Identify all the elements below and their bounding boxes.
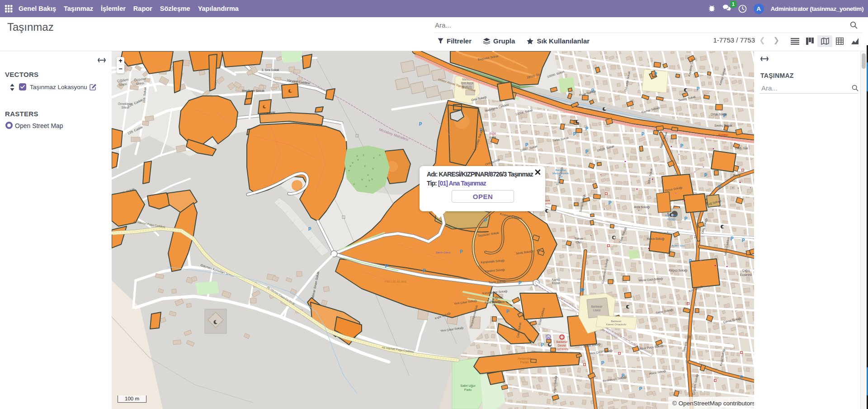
svg-text:PROJE ALANI: PROJE ALANI [385, 280, 406, 284]
svg-text:Hastanesi: Hastanesi [556, 347, 569, 351]
svg-text:P: P [541, 342, 544, 347]
svg-text:P: P [680, 143, 684, 148]
svg-text:© OpenStreetMap contributors.: © OpenStreetMap contributors. [672, 400, 754, 407]
svg-text:P: P [419, 122, 422, 127]
svg-text:1006. Sok: 1006. Sok [735, 147, 748, 150]
svg-text:P: P [601, 361, 604, 366]
svg-text:P: P [519, 281, 522, 285]
svg-text:P: P [654, 71, 657, 76]
svg-text:P: P [697, 86, 700, 91]
svg-text:P: P [385, 264, 388, 269]
svg-text:H: H [547, 336, 549, 340]
svg-text:Ortak Sokak: Ortak Sokak [711, 113, 727, 116]
svg-text:Turner: Turner [575, 237, 584, 240]
svg-text:Karesi: Karesi [552, 278, 560, 281]
svg-text:P: P [740, 375, 743, 380]
svg-text:Karesi Ortaokulu: Karesi Ortaokulu [606, 323, 627, 326]
svg-text:D230: D230 [490, 132, 496, 135]
svg-text:P: P [581, 288, 585, 293]
svg-text:Merdiven Sokak: Merdiven Sokak [242, 89, 265, 92]
svg-text:P: P [506, 309, 509, 314]
svg-text:P: P [731, 236, 734, 241]
svg-text:Sevinç Sokak: Sevinç Sokak [714, 124, 732, 128]
svg-text:P: P [742, 238, 745, 243]
svg-text:P: P [639, 386, 642, 391]
svg-text:Balıkesir: Balıkesir [557, 340, 568, 343]
svg-text:P: P [609, 200, 612, 205]
svg-text:Çağış: Çağış [742, 269, 750, 272]
svg-text:P: P [423, 268, 426, 273]
svg-text:Aydın Yolu: Aydın Yolu [672, 244, 684, 247]
svg-text:Yonca Sokağı: Yonca Sokağı [646, 237, 665, 241]
svg-text:P: P [308, 227, 311, 232]
svg-text:Devlet: Devlet [558, 344, 566, 347]
svg-text:Emlakçı: Emlakçı [718, 133, 728, 136]
svg-text:Ece Ayça: Ece Ayça [461, 81, 473, 85]
svg-text:P: P [585, 126, 589, 131]
svg-text:Keçeci Sokağı: Keçeci Sokağı [669, 269, 688, 272]
svg-text:Maliye Konuk: Maliye Konuk [552, 172, 569, 175]
svg-text:P: P [642, 132, 645, 137]
svg-text:P: P [718, 185, 722, 190]
svg-text:P: P [704, 173, 708, 178]
svg-text:Otel: Otel [576, 241, 581, 244]
svg-text:Persembe: Persembe [518, 357, 531, 360]
svg-text:P: P [573, 132, 576, 137]
svg-text:Emre: Emre [733, 174, 741, 177]
svg-text:P: P [484, 218, 487, 223]
svg-text:Parkı: Parkı [464, 388, 472, 391]
svg-text:P: P [585, 149, 589, 154]
svg-text:Lisesi: Lisesi [593, 309, 601, 312]
svg-text:Durağı: Durağı [667, 218, 675, 220]
svg-text:Balıkesir: Balıkesir [555, 169, 566, 171]
svg-text:Eczan: Eczan [552, 281, 560, 285]
svg-text:Şamlı Camii: Şamlı Camii [436, 251, 450, 254]
svg-text:P: P [684, 216, 688, 221]
svg-text:Balıkesir: Balıkesir [591, 305, 603, 308]
svg-text:Sabri Uğur: Sabri Uğur [460, 384, 476, 388]
svg-text:P: P [689, 259, 692, 264]
svg-text:3, Sıra Sokak: 3, Sıra Sokak [261, 68, 279, 71]
svg-text:Evi: Evi [559, 175, 562, 178]
svg-text:Balıkesir: Balıkesir [611, 320, 621, 323]
svg-text:Arca Sokağı: Arca Sokağı [634, 205, 650, 209]
svg-text:Pazarı: Pazarı [520, 361, 529, 364]
svg-text:P: P [460, 249, 463, 254]
svg-text:Eczanesi: Eczanesi [740, 273, 752, 276]
svg-text:Kule Taksi: Kule Taksi [665, 214, 677, 217]
svg-text:Zağnos: Zağnos [492, 296, 502, 300]
